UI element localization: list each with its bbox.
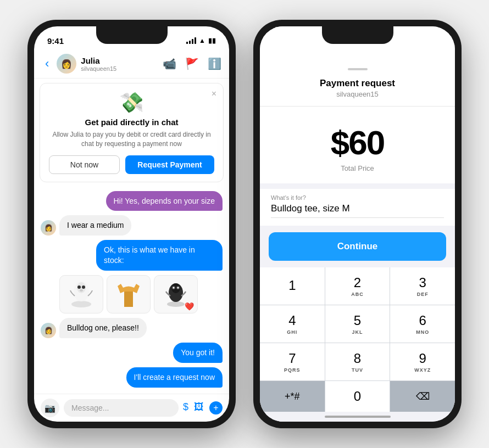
request-payment-button[interactable]: Request Payment [125, 155, 214, 174]
key-main: 7 [288, 351, 296, 366]
message-row: 👩 I wear a medium [41, 215, 223, 236]
promo-title: Get paid directly in chat [49, 117, 214, 127]
key-4[interactable]: 4 GHI [260, 305, 325, 343]
continue-button[interactable]: Continue [269, 232, 446, 261]
svg-point-3 [77, 285, 81, 289]
payment-title: Payment request [269, 78, 446, 89]
message-bubble: I wear a medium [59, 215, 131, 236]
key-main: 3 [419, 275, 426, 290]
message-row: Hi! Yes, depends on your size [41, 191, 223, 211]
message-bubble: Hi! Yes, depends on your size [106, 191, 223, 211]
avatar-sm: 👩 [41, 220, 56, 236]
flag-icon[interactable]: 🚩 [185, 57, 199, 70]
svg-point-0 [71, 301, 91, 307]
promo-close-icon[interactable]: × [212, 89, 216, 99]
total-price-label: Total Price [273, 164, 442, 172]
key-main: 0 [354, 389, 361, 404]
right-phone: Payment request silvaqueen15 $60 Total P… [253, 20, 462, 428]
key-6[interactable]: 6 MNO [390, 305, 455, 343]
payment-description-area: What's it for? [260, 189, 455, 226]
key-main: 1 [288, 278, 296, 293]
key-main: 4 [288, 313, 296, 328]
key-main: 8 [354, 351, 361, 366]
key-1[interactable]: 1 [260, 267, 325, 305]
user-info: Julia silvaqueen15 [81, 56, 158, 72]
signal-icon [186, 37, 196, 44]
keypad: 1 2 ABC 3 DEF 4 GHI [260, 267, 455, 412]
input-icons: $ 🖼 + [183, 401, 223, 415]
svg-point-4 [82, 285, 85, 289]
key-main: 2 [354, 275, 361, 290]
promo-card: × 💸 Get paid directly in chat Allow Juli… [40, 83, 224, 182]
avatar: 👩 [57, 54, 76, 74]
plus-icon[interactable]: + [209, 401, 223, 415]
svg-point-11 [173, 287, 175, 288]
battery-icon: ▮▮ [208, 37, 216, 44]
description-label: What's it for? [271, 194, 444, 201]
key-2[interactable]: 2 ABC [325, 267, 390, 305]
key-0[interactable]: 0 [325, 381, 390, 412]
message-row: You got it! [41, 343, 223, 363]
svg-point-12 [177, 287, 179, 288]
user-handle: silvaqueen15 [81, 65, 158, 72]
key-symbols[interactable]: +*# [260, 381, 325, 412]
nav-actions: 📹 🚩 ℹ️ [163, 57, 221, 70]
heart-icon: ❤️ [185, 302, 194, 311]
message-row: 👩 Bulldog one, please!! [41, 318, 223, 338]
home-indicator [325, 416, 391, 418]
key-main: +*# [285, 391, 300, 402]
notch-left [96, 26, 168, 44]
image-icon[interactable]: 🖼 [194, 401, 204, 415]
nav-bar: ‹ 👩 Julia silvaqueen15 📹 🚩 ℹ️ [34, 51, 229, 79]
key-main: 9 [419, 351, 426, 366]
key-main: 5 [354, 313, 361, 328]
key-9[interactable]: 9 WXYZ [390, 343, 455, 380]
user-name: Julia [81, 56, 158, 65]
promo-buttons: Not now Request Payment [49, 155, 214, 174]
back-button[interactable]: ‹ [42, 55, 52, 72]
status-time: 9:41 [47, 36, 64, 46]
key-5[interactable]: 5 JKL [325, 305, 390, 343]
camera-button[interactable]: 📷 [41, 399, 59, 417]
description-input[interactable] [271, 203, 444, 218]
status-icons: ▲ ▮▮ [186, 37, 216, 44]
message-bubble: You got it! [173, 343, 223, 363]
input-bar: 📷 Message... $ 🖼 + [34, 394, 229, 422]
key-8[interactable]: 8 TUV [325, 343, 390, 380]
key-main: 6 [419, 313, 426, 328]
wifi-icon: ▲ [199, 37, 205, 44]
payment-subtitle: silvaqueen15 [269, 90, 446, 98]
chat-area: Hi! Yes, depends on your size 👩 I wear a… [34, 187, 229, 394]
avatar-sm: 👩 [41, 323, 56, 338]
promo-description: Allow Julia to pay you by debit or credi… [49, 130, 214, 149]
product-image-3: ❤️ [154, 275, 198, 313]
message-bubble: I'll create a request now [126, 367, 223, 388]
info-icon[interactable]: ℹ️ [208, 57, 221, 70]
video-call-icon[interactable]: 📹 [163, 57, 176, 70]
notch-right [322, 26, 393, 44]
dollar-icon[interactable]: $ [183, 401, 188, 415]
product-image-2 [107, 275, 151, 313]
product-image-1 [59, 275, 103, 313]
payment-amount-area: $60 Total Price [260, 107, 455, 183]
backspace-icon: ⌫ [416, 390, 430, 402]
not-now-button[interactable]: Not now [49, 155, 120, 174]
drag-handle [348, 68, 368, 70]
promo-icon: 💸 [49, 91, 214, 114]
key-7[interactable]: 7 PQRS [260, 343, 325, 380]
left-phone: 9:41 ▲ ▮▮ ‹ 👩 [27, 20, 236, 428]
svg-point-6 [167, 301, 185, 307]
payment-header: Payment request silvaqueen15 [260, 44, 455, 107]
key-3[interactable]: 3 DEF [390, 267, 455, 305]
message-bubble: Bulldog one, please!! [59, 318, 147, 338]
message-row: I'll create a request now [41, 367, 223, 388]
payment-amount: $60 [273, 123, 442, 162]
svg-point-5 [80, 289, 83, 292]
product-images: ❤️ [59, 275, 223, 313]
message-row: Ok, this is what we have in stock: [41, 240, 223, 271]
key-backspace[interactable]: ⌫ [390, 381, 455, 412]
message-input[interactable]: Message... [64, 399, 179, 417]
message-bubble: Ok, this is what we have in stock: [96, 240, 223, 271]
home-indicator-area [260, 412, 455, 422]
